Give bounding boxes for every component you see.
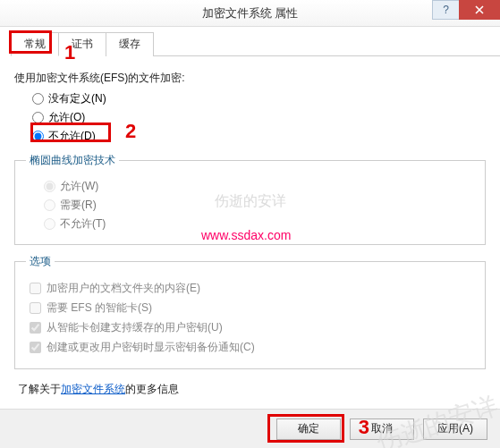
efs-radio-deny-label: 不允许(D) (48, 129, 96, 144)
efs-radio-allow-label: 允许(O) (48, 110, 85, 125)
check-need-smartcard-label: 需要 EFS 的智能卡(S) (47, 300, 152, 316)
ecc-radio-allow-label: 允许(W) (60, 179, 98, 194)
ecc-radio-require-label: 需要(R) (60, 198, 97, 213)
check-backup-notify[interactable]: 创建或更改用户密钥时显示密钥备份通知(C) (30, 340, 474, 355)
info-line: 了解关于加密文件系统的更多信息 (18, 382, 486, 397)
ecc-radio-group: 允许(W) 需要(R) 不允许(T) (44, 179, 474, 232)
annotation-2: 2 (125, 120, 136, 143)
ecc-radio-deny-label: 不允许(T) (60, 216, 106, 232)
efs-radio-none-label: 没有定义(N) (48, 91, 106, 106)
annotation-3: 3 (359, 416, 369, 439)
info-link[interactable]: 加密文件系统 (61, 383, 125, 395)
info-suffix: 的更多信息 (125, 383, 179, 395)
close-button[interactable] (459, 0, 500, 20)
info-prefix: 了解关于 (18, 383, 61, 395)
check-encrypt-docs-label: 加密用户的文档文件夹的内容(E) (47, 281, 200, 296)
window-buttons: ? (432, 0, 500, 20)
efs-radio-allow[interactable]: 允许(O) (32, 110, 486, 125)
ecc-radio-allow-input[interactable] (44, 181, 55, 192)
tab-body: 使用加密文件系统(EFS)的文件加密: 没有定义(N) 允许(O) 不允许(D)… (0, 56, 500, 406)
button-bar: 确定 取消 应用(A) (0, 409, 500, 448)
check-encrypt-docs[interactable]: 加密用户的文档文件夹的内容(E) (30, 281, 474, 296)
check-cache-key[interactable]: 从智能卡创建支持缓存的用户密钥(U) (30, 320, 474, 335)
check-cache-key-input[interactable] (30, 322, 41, 334)
options-fieldset: 选项 加密用户的文档文件夹的内容(E) 需要 EFS 的智能卡(S) 从智能卡创… (14, 254, 486, 369)
ecc-radio-deny-input[interactable] (44, 218, 55, 230)
efs-radio-deny[interactable]: 不允许(D) (32, 129, 486, 144)
check-backup-notify-label: 创建或更改用户密钥时显示密钥备份通知(C) (47, 340, 255, 355)
ecc-radio-require-input[interactable] (44, 199, 55, 211)
check-encrypt-docs-input[interactable] (30, 283, 41, 294)
efs-radio-group: 没有定义(N) 允许(O) 不允许(D) (32, 91, 486, 144)
apply-button[interactable]: 应用(A) (423, 418, 487, 440)
tab-bar: 常规 证书 缓存 (11, 31, 500, 56)
check-backup-notify-input[interactable] (30, 342, 41, 353)
help-button[interactable]: ? (432, 0, 459, 20)
window-title: 加密文件系统 属性 (202, 5, 299, 21)
check-need-smartcard-input[interactable] (30, 302, 41, 314)
ecc-radio-deny[interactable]: 不允许(T) (44, 216, 474, 232)
efs-heading: 使用加密文件系统(EFS)的文件加密: (14, 71, 486, 86)
efs-radio-none-input[interactable] (32, 93, 44, 105)
tab-cache[interactable]: 缓存 (106, 32, 154, 56)
options-check-group: 加密用户的文档文件夹的内容(E) 需要 EFS 的智能卡(S) 从智能卡创建支持… (30, 281, 474, 355)
tab-general[interactable]: 常规 (11, 32, 59, 56)
check-cache-key-label: 从智能卡创建支持缓存的用户密钥(U) (47, 320, 223, 335)
content-area: 常规 证书 缓存 使用加密文件系统(EFS)的文件加密: 没有定义(N) 允许(… (0, 27, 500, 406)
titlebar: 加密文件系统 属性 ? (0, 0, 500, 27)
options-legend: 选项 (26, 254, 55, 269)
check-need-smartcard[interactable]: 需要 EFS 的智能卡(S) (30, 300, 474, 316)
ecc-radio-allow[interactable]: 允许(W) (44, 179, 474, 194)
ecc-legend: 椭圆曲线加密技术 (26, 153, 119, 168)
efs-radio-none[interactable]: 没有定义(N) (32, 91, 486, 106)
ecc-radio-require[interactable]: 需要(R) (44, 198, 474, 213)
annotation-1: 1 (64, 41, 75, 64)
close-icon (475, 5, 484, 14)
efs-radio-allow-input[interactable] (32, 112, 44, 123)
ecc-fieldset: 椭圆曲线加密技术 允许(W) 需要(R) 不允许(T) (14, 153, 486, 245)
efs-radio-deny-input[interactable] (32, 131, 44, 142)
ok-button[interactable]: 确定 (276, 418, 341, 440)
